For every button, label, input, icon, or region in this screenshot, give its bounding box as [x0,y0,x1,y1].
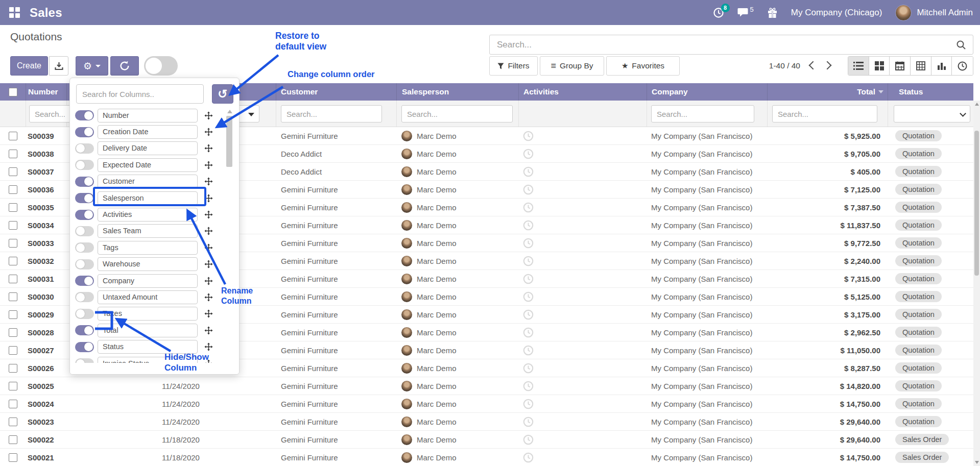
filter-customer-input[interactable] [281,105,382,122]
table-row[interactable]: S00022 11/18/2020 Gemini Furniture Marc … [0,431,973,449]
select-all-checkbox[interactable] [9,88,17,96]
filters-button[interactable]: Filters [489,56,538,76]
filter-total-input[interactable] [772,105,877,122]
column-visibility-toggle[interactable] [75,160,94,170]
filter-company-input[interactable] [651,105,754,122]
column-visibility-toggle[interactable] [75,177,94,187]
column-name-input[interactable]: Delivery Date [98,141,198,155]
row-checkbox[interactable] [9,292,17,301]
apps-menu-icon[interactable] [9,7,20,18]
move-handle-icon[interactable] [204,326,213,335]
row-checkbox[interactable] [9,364,17,373]
panel-scrollbar-thumb[interactable] [226,116,232,167]
move-handle-icon[interactable] [204,260,213,268]
favorites-button[interactable]: ★ Favorites [606,56,680,76]
row-checkbox[interactable] [9,275,17,283]
row-checkbox[interactable] [9,150,17,158]
column-visibility-toggle[interactable] [75,342,94,352]
header-total[interactable]: Total [767,83,888,101]
move-handle-icon[interactable] [204,210,213,219]
move-handle-icon[interactable] [204,309,213,318]
column-search-input[interactable] [76,84,204,104]
user-menu[interactable]: Mitchell Admin [917,8,973,18]
pager-previous-button[interactable] [809,61,818,70]
column-name-input[interactable]: Customer [98,175,198,188]
header-salesperson[interactable]: Salesperson [396,83,518,101]
row-checkbox[interactable] [9,257,17,265]
cell-activities[interactable] [518,270,647,287]
cell-activities[interactable] [518,216,647,234]
move-handle-icon[interactable] [204,161,213,169]
column-visibility-toggle[interactable] [75,309,94,319]
move-handle-icon[interactable] [204,194,213,203]
column-visibility-toggle[interactable] [75,193,94,203]
cell-activities[interactable] [518,306,647,323]
panel-scroll-up-icon[interactable] [227,110,232,113]
row-checkbox[interactable] [9,382,17,390]
create-button[interactable]: Create [10,56,48,76]
move-handle-icon[interactable] [204,342,213,351]
cell-activities[interactable] [518,377,647,395]
column-visibility-toggle[interactable] [75,210,94,220]
column-name-input[interactable]: Untaxed Amount [98,290,198,304]
header-company[interactable]: Company [647,83,767,101]
company-switcher[interactable]: My Company (Chicago) [791,8,882,18]
export-button[interactable] [49,56,68,76]
column-name-input[interactable]: Total [98,324,198,337]
row-checkbox[interactable] [9,418,17,426]
row-checkbox[interactable] [9,346,17,355]
search-icon[interactable] [956,40,966,50]
group-by-button[interactable]: ≡ Group By [540,56,604,76]
column-visibility-toggle[interactable] [75,226,94,236]
move-handle-icon[interactable] [204,144,213,153]
optional-columns-dropdown-button[interactable]: ⚙ [76,56,108,76]
column-name-input[interactable]: Expected Date [98,158,198,172]
header-customer[interactable]: Customer [276,83,396,101]
column-name-input[interactable]: Activities [98,208,198,222]
cell-activities[interactable] [518,199,647,216]
activity-view-button[interactable] [952,57,973,75]
move-handle-icon[interactable] [204,293,213,302]
column-name-input[interactable]: Salesperson [98,191,198,205]
table-row[interactable]: S00021 11/18/2020 Gemini Furniture Marc … [0,449,973,466]
restore-default-view-button[interactable]: ↺ [212,84,233,104]
table-row[interactable]: S00025 11/24/2020 Gemini Furniture Marc … [0,377,973,395]
cell-activities[interactable] [518,234,647,252]
row-checkbox[interactable] [9,310,17,319]
column-name-input[interactable]: Tags [98,241,198,255]
column-visibility-toggle[interactable] [75,143,94,154]
cell-activities[interactable] [518,145,647,162]
referral-tray-button[interactable] [767,7,778,18]
row-checkbox[interactable] [9,400,17,408]
column-visibility-toggle[interactable] [75,127,94,137]
menu-item[interactable] [117,0,137,25]
column-name-input[interactable]: Number [98,109,198,122]
column-name-input[interactable]: Creation Date [98,125,198,139]
app-brand[interactable]: Sales [30,6,62,20]
view-toggle-switch[interactable] [144,56,178,76]
row-checkbox[interactable] [9,132,17,140]
row-checkbox[interactable] [9,328,17,337]
pivot-view-button[interactable] [911,57,931,75]
menu-item[interactable] [176,0,195,25]
kanban-view-button[interactable] [869,57,890,75]
cell-activities[interactable] [518,252,647,269]
move-handle-icon[interactable] [204,128,213,136]
move-handle-icon[interactable] [204,177,213,186]
cell-activities[interactable] [518,449,647,466]
move-handle-icon[interactable] [204,111,213,120]
calendar-view-button[interactable] [890,57,911,75]
column-visibility-toggle[interactable] [75,242,94,253]
cell-activities[interactable] [518,127,647,144]
move-handle-icon[interactable] [204,227,213,235]
row-checkbox[interactable] [9,203,17,212]
row-checkbox[interactable] [9,167,17,176]
column-visibility-toggle[interactable] [75,259,94,269]
move-handle-icon[interactable] [204,277,213,285]
list-view-button[interactable] [848,57,869,75]
menu-item[interactable] [98,0,117,25]
user-avatar[interactable] [895,5,912,21]
table-row[interactable]: S00024 11/24/2020 Gemini Furniture Marc … [0,395,973,413]
cell-activities[interactable] [518,341,647,359]
scroll-down-icon[interactable] [975,461,979,464]
